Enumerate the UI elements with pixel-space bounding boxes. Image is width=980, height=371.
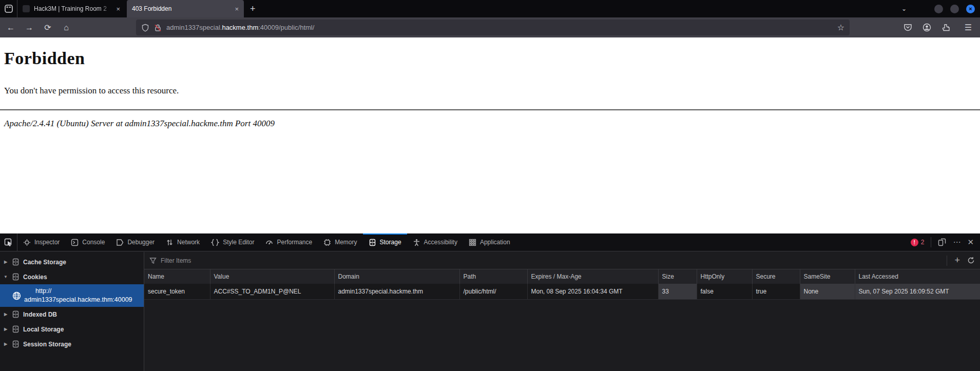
responsive-design-mode-button[interactable] <box>938 238 946 246</box>
collapsed-triangle-icon[interactable]: ▶ <box>3 327 8 331</box>
cell-name[interactable]: secure_token <box>144 284 210 299</box>
cell-samesite[interactable]: None <box>800 284 855 299</box>
collapsed-triangle-icon[interactable]: ▶ <box>3 312 8 317</box>
tab-title: 403 Forbidden <box>132 5 230 12</box>
tab-label: Network <box>177 239 200 246</box>
tab-accessibility[interactable]: Accessibility <box>407 233 463 251</box>
tab-storage[interactable]: Storage <box>363 233 407 251</box>
column-header-expires[interactable]: Expires / Max-Age <box>527 269 658 284</box>
cell-httponly[interactable]: false <box>697 284 752 299</box>
insecure-lock-icon[interactable] <box>154 24 162 32</box>
tab-close-icon[interactable]: × <box>116 6 120 12</box>
tab-label: Style Editor <box>223 239 254 246</box>
close-window-button[interactable]: × <box>966 5 975 13</box>
accessibility-icon <box>413 239 420 246</box>
tab-403-forbidden[interactable]: 403 Forbidden × <box>127 0 244 17</box>
tab-memory[interactable]: Memory <box>318 233 362 251</box>
column-header-httponly[interactable]: HttpOnly <box>697 269 752 284</box>
bookmark-star-icon[interactable]: ☆ <box>837 23 844 32</box>
sidebar-item-cache-storage[interactable]: ▶ Cache Storage <box>0 255 144 269</box>
shield-icon[interactable] <box>141 24 149 32</box>
devtools-toolbar-right: ! 2 ⋯ ✕ <box>911 233 980 251</box>
navbar-right-icons: ☰ <box>904 19 976 35</box>
filter-items-input[interactable]: Filter Items <box>161 257 943 264</box>
devtools-panel: Inspector Console Debugger <box>0 233 980 371</box>
cell-expires[interactable]: Mon, 08 Sep 2025 16:04:34 GMT <box>527 284 658 299</box>
tab-title: Hack3M | Training Room 2 <box>34 5 112 12</box>
home-button[interactable]: ⌂ <box>59 20 74 35</box>
tab-console[interactable]: Console <box>65 233 110 251</box>
url-bar[interactable]: admin1337special.hackme.thm:40009/public… <box>136 19 850 35</box>
error-badge[interactable]: ! 2 <box>911 239 925 246</box>
storage-drawer-icon <box>12 325 20 333</box>
account-icon[interactable] <box>923 23 931 32</box>
column-header-last-accessed[interactable]: Last Accessed <box>855 269 980 284</box>
minimize-button[interactable] <box>934 5 943 13</box>
expanded-triangle-icon[interactable]: ▼ <box>3 275 8 279</box>
refresh-icon <box>967 257 975 264</box>
table-header-row: Name Value Domain Path Expires / Max-Age… <box>144 269 980 284</box>
cell-value[interactable]: ACC#SS_TO_ADM1N_P@NEL <box>210 284 334 299</box>
sidebar-item-label: Local Storage <box>23 326 64 333</box>
column-header-size[interactable]: Size <box>658 269 697 284</box>
storage-drawer-icon <box>12 258 20 266</box>
collapsed-triangle-icon[interactable]: ▶ <box>3 260 8 264</box>
devtools-close-button[interactable]: ✕ <box>967 238 974 247</box>
back-button[interactable]: ← <box>3 20 18 35</box>
column-header-secure[interactable]: Secure <box>752 269 800 284</box>
tab-debugger[interactable]: Debugger <box>110 233 160 251</box>
cell-path[interactable]: /public/html/ <box>459 284 527 299</box>
devtools-more-menu-button[interactable]: ⋯ <box>953 238 960 247</box>
column-header-domain[interactable]: Domain <box>334 269 459 284</box>
tab-network[interactable]: Network <box>160 233 205 251</box>
new-tab-button[interactable]: + <box>250 4 256 14</box>
sidebar-item-label: Session Storage <box>23 341 71 348</box>
tab-style-editor[interactable]: Style Editor <box>205 233 260 251</box>
pick-element-icon <box>4 238 13 247</box>
firefox-view-button[interactable] <box>0 0 17 17</box>
reload-button[interactable]: ⟳ <box>40 20 55 35</box>
tab-inspector[interactable]: Inspector <box>17 233 65 251</box>
tab-bar: Hack3M | Training Room 2 × 403 Forbidden… <box>0 0 980 17</box>
refresh-items-button[interactable] <box>967 257 975 264</box>
tab-performance[interactable]: Performance <box>260 233 318 251</box>
tab-application[interactable]: Application <box>463 233 516 251</box>
sidebar-item-cookies[interactable]: ▼ Cookies <box>0 269 144 284</box>
sidebar-item-cookie-host-selected[interactable]: http:// admin1337special.hackme.thm:4000… <box>0 284 144 307</box>
cell-size[interactable]: 33 <box>658 284 697 299</box>
browser-window: Hack3M | Training Room 2 × 403 Forbidden… <box>0 0 980 371</box>
column-header-path[interactable]: Path <box>459 269 527 284</box>
forward-button[interactable]: → <box>22 20 37 35</box>
sidebar-item-local-storage[interactable]: ▶ Local Storage <box>0 322 144 337</box>
tab-label: Console <box>82 239 105 246</box>
devtools-toolbar: Inspector Console Debugger <box>0 233 980 251</box>
column-header-samesite[interactable]: SameSite <box>800 269 855 284</box>
responsive-design-icon <box>938 238 946 246</box>
list-all-tabs-chevron-icon[interactable]: ⌄ <box>901 5 907 12</box>
tab-hack3m[interactable]: Hack3M | Training Room 2 × <box>17 0 125 17</box>
cell-last-accessed[interactable]: Sun, 07 Sep 2025 16:09:52 GMT <box>855 284 980 299</box>
url-text[interactable]: admin1337special.hackme.thm:40009/public… <box>166 24 833 31</box>
add-item-button[interactable]: + <box>954 255 960 266</box>
column-header-value[interactable]: Value <box>210 269 334 284</box>
pocket-icon[interactable] <box>904 23 912 32</box>
maximize-button[interactable] <box>950 5 959 13</box>
sidebar-item-label: Cache Storage <box>23 259 66 266</box>
cookie-row-secure-token[interactable]: secure_token ACC#SS_TO_ADM1N_P@NEL admin… <box>144 284 980 299</box>
storage-drawer-icon <box>12 340 20 348</box>
pick-element-button[interactable] <box>0 233 17 251</box>
cell-secure[interactable]: true <box>752 284 800 299</box>
sidebar-item-indexed-db[interactable]: ▶ Indexed DB <box>0 307 144 322</box>
collapsed-triangle-icon[interactable]: ▶ <box>3 342 8 346</box>
cookie-host-label: http:// admin1337special.hackme.thm:4000… <box>24 287 132 304</box>
storage-drawer-icon <box>12 310 20 318</box>
sidebar-item-session-storage[interactable]: ▶ Session Storage <box>0 337 144 352</box>
tab-close-icon[interactable]: × <box>235 6 239 12</box>
column-header-name[interactable]: Name <box>144 269 210 284</box>
cookies-table: Name Value Domain Path Expires / Max-Age… <box>144 269 980 300</box>
menu-hamburger-icon[interactable]: ☰ <box>960 20 976 35</box>
cell-domain[interactable]: admin1337special.hackme.thm <box>334 284 459 299</box>
tab-label: Accessibility <box>424 239 457 246</box>
globe-icon <box>12 291 21 300</box>
extensions-puzzle-icon[interactable] <box>941 23 950 32</box>
